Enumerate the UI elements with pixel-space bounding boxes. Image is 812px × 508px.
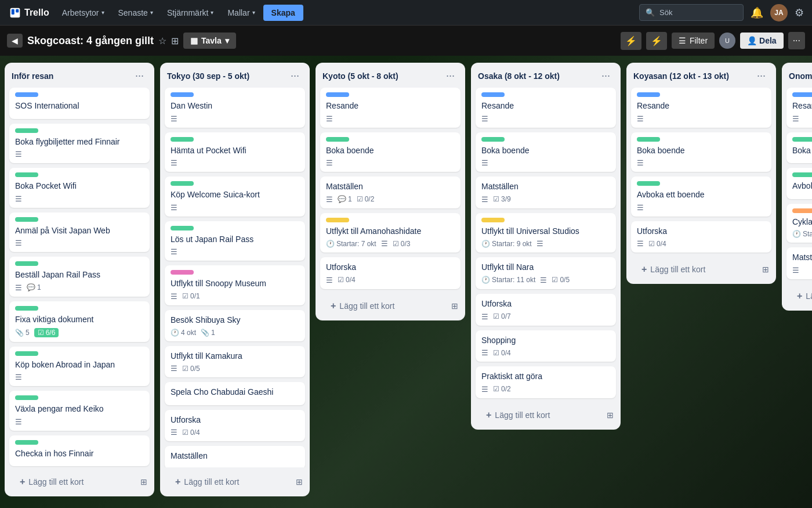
board-title[interactable]: Skogcoast: 4 gången gillt [27,35,154,47]
card-title: Hämta ut Pocket Wifi [171,145,299,157]
copy-card-button[interactable]: ⊞ [138,476,150,488]
star-icon[interactable]: ☆ [158,35,166,46]
list-menu-button[interactable]: ··· [443,69,458,83]
card[interactable]: Beställ Japan Rail Pass☰💬1 [9,257,150,297]
add-card-button[interactable]: +Lägg till ett kort [169,472,245,492]
add-card-row: +Lägg till ett kort⊞ [5,467,154,496]
settings-icon[interactable]: ⚙ [791,3,807,23]
card[interactable]: Utforska☰☑0/4 [165,410,305,442]
card[interactable]: Dan Westin☰ [165,88,305,128]
board-member-avatar[interactable]: U [719,33,735,49]
card[interactable]: Lös ut Japan Rail Pass☰ [165,221,305,261]
share-button[interactable]: 👤 Dela [740,33,784,49]
card[interactable]: Boka b... [786,132,812,164]
add-card-button[interactable]: +Lägg till ett kort [636,260,711,279]
card-label [171,137,194,142]
card[interactable]: Utflykt till Amanohashidate🕐Startar: 7 o… [320,213,461,253]
automation-icon[interactable]: ⚡ [646,32,667,50]
card-checklist-count: ☑0/4 [338,276,356,284]
add-card-row: +Lägg till ett kort⊞ [316,291,465,320]
card[interactable]: Utflykt till Universal Studios🕐Startar: … [476,213,616,253]
card[interactable]: Utflykt till Kamakura☰☑0/5 [165,346,305,378]
list-menu-button[interactable]: ··· [598,69,614,83]
card[interactable]: Matställen [165,446,305,467]
add-card-button[interactable]: +Lägg till ett kort [14,472,89,492]
user-avatar[interactable]: JA [770,4,788,21]
card[interactable]: Köp boken Abroad in Japan☰ [9,347,150,387]
list-title: Kyoto (5 okt - 8 okt) [322,71,443,81]
card[interactable]: Spela Cho Chabudai Gaeshi [165,382,305,405]
board-view-button[interactable]: ▦ Tavla ▾ [183,33,236,49]
search-box[interactable]: 🔍 Sök [639,4,744,21]
add-card-row: +Lägg till ett kort⊞ [471,401,621,430]
list-menu-button[interactable]: ··· [132,69,147,83]
add-card-button[interactable]: +Lägg till ett kort [480,405,556,425]
card[interactable]: SOS International [9,88,150,119]
card-title: Utforska [637,226,766,237]
copy-card-button[interactable]: ⊞ [449,300,461,312]
list-header: Inför resan··· [5,63,154,88]
card[interactable]: Shopping☰☑0/4 [476,330,616,362]
notifications-icon[interactable]: 🔔 [747,3,767,23]
card[interactable]: Resande☰ [631,88,771,128]
card[interactable]: Utforska☰☑0/4 [320,257,461,289]
card[interactable]: Utflykt till Snoopy Museum☰☑0/1 [165,265,305,305]
card[interactable]: Boka boende☰ [631,132,771,172]
copy-card-button[interactable]: ⊞ [604,409,616,421]
filter-button[interactable]: ☰ Filter [672,33,715,49]
add-card-button[interactable]: +Lägg [791,286,812,306]
card[interactable]: Hämta ut Pocket Wifi☰ [165,132,305,172]
board-view-icon: ▦ [190,36,198,45]
card[interactable]: Resande☰ [476,88,616,128]
mallar-nav-btn[interactable]: Mallar ▾ [222,5,260,21]
list-list-osaka: Osaka (8 okt - 12 okt)···Resande☰Boka bo… [471,63,621,430]
card[interactable]: Cykla S...🕐Star... [786,204,812,243]
copy-card-button[interactable]: ⊞ [760,264,771,275]
create-button[interactable]: Skapa [263,5,303,21]
card[interactable]: Boka boende☰ [320,132,461,172]
card[interactable]: Växla pengar med Keiko☰ [9,391,150,431]
card[interactable]: Avboka ett boende☰ [631,176,771,217]
add-card-button[interactable]: +Lägg till ett kort [325,296,400,316]
card[interactable]: Avboka... [786,168,812,199]
card[interactable]: Anmäl på Visit Japan Web☰ [9,212,150,253]
card[interactable]: Utforska☰☑0/7 [476,294,616,326]
copy-card-button[interactable]: ⊞ [293,476,305,488]
card[interactable]: Resande☰ [786,88,812,128]
stjarnmarkt-nav-btn[interactable]: Stjärnmärkt ▾ [161,5,220,21]
filter-icon: ☰ [679,36,686,45]
list-menu-button[interactable]: ··· [753,69,769,83]
card[interactable]: Utforska☰☑0/4 [631,221,771,253]
card-due-date: 🕐Star... [792,230,812,238]
sidebar-toggle-button[interactable]: ◀ [7,34,23,48]
card[interactable]: Besök Shibuya Sky🕐4 okt📎1 [165,310,305,341]
card[interactable]: Boka flygbiljetter med Finnair☰ [9,124,150,164]
card-description-icon: ☰ [540,276,547,284]
card-checklist-count: ☑0/1 [182,292,200,300]
card[interactable]: Boka Pocket Wifi☰ [9,168,150,208]
card[interactable]: Resande☰ [320,88,461,128]
card[interactable]: Checka in hos Finnair [9,435,150,467]
card-meta: ☰☑0/4 [481,348,610,357]
card[interactable]: Matställ...☰ [786,247,812,279]
card-label [637,137,660,142]
search-icon: 🔍 [646,8,655,17]
card[interactable]: Matställen☰💬1☑0/2 [320,176,461,208]
card[interactable]: Matställen☰☑3/9 [476,176,616,208]
more-options-button[interactable]: ··· [788,32,805,49]
power-ups-icon[interactable]: ⚡ [621,32,641,50]
card-checklist-count: ☑0/5 [182,365,200,373]
trello-logo[interactable]: Trello [5,5,54,21]
card-title: Matställen [171,451,299,462]
workspace-icon[interactable]: ⊞ [171,35,179,46]
card[interactable]: Fixa viktiga dokument📎5☑6/6 [9,301,150,342]
card[interactable]: Praktiskt att göra☰☑0/2 [476,366,616,398]
senaste-nav-btn[interactable]: Senaste ▾ [113,5,159,21]
list-menu-button[interactable]: ··· [287,69,303,83]
card[interactable]: Köp Welcome Suica-kort☰ [165,176,305,217]
card[interactable]: Utflykt till Nara🕐Startar: 11 okt☰☑0/5 [476,257,616,289]
arbetsytor-nav-btn[interactable]: Arbetsytor ▾ [56,5,110,21]
card[interactable]: Boka boende☰ [476,132,616,172]
card-comment-count: 💬1 [27,283,41,291]
card-title: Matställ... [792,252,812,264]
